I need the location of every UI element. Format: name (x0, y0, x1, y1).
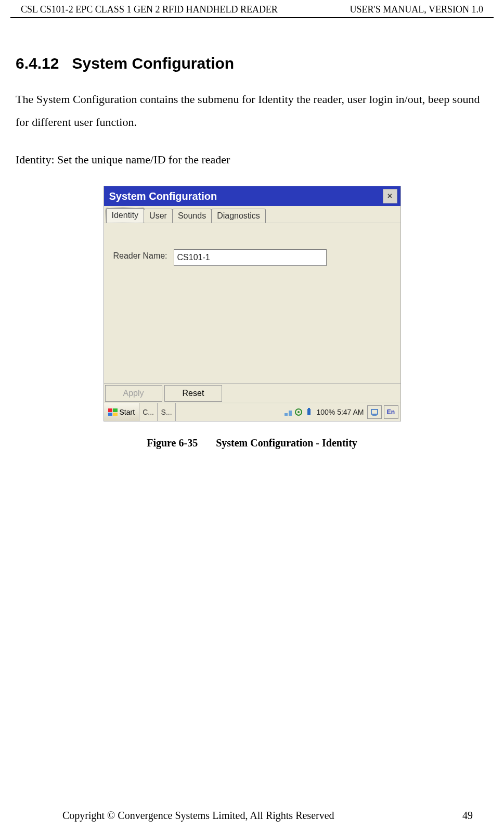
page-header: CSL CS101-2 EPC CLASS 1 GEN 2 RFID HANDH… (10, 0, 494, 18)
tab-sounds[interactable]: Sounds (172, 209, 212, 223)
window-title: System Configuration (107, 189, 219, 203)
taskbar-slot-1[interactable]: C... (139, 403, 158, 421)
svg-point-3 (298, 411, 300, 413)
close-button[interactable]: × (383, 189, 397, 203)
figure-caption: Figure 6-35 System Configuration - Ident… (16, 437, 488, 449)
page-footer: Copyright © Convergence Systems Limited,… (0, 810, 504, 822)
svg-rect-5 (308, 408, 310, 409)
tab-body-identity: Reader Name: (104, 223, 400, 383)
footer-copyright: Copyright © Convergence Systems Limited,… (62, 810, 334, 822)
button-row: Apply Reset (104, 383, 400, 403)
paragraph-1: The System Configuration contains the su… (16, 88, 488, 134)
reader-name-label: Reader Name: (113, 251, 167, 261)
screenshot-container: System Configuration × Identity User Sou… (16, 186, 488, 421)
svg-rect-4 (307, 409, 311, 415)
footer-page-number: 49 (462, 810, 473, 822)
svg-rect-1 (289, 411, 292, 416)
system-config-window: System Configuration × Identity User Sou… (104, 186, 401, 421)
header-left: CSL CS101-2 EPC CLASS 1 GEN 2 RFID HANDH… (21, 4, 278, 15)
start-button[interactable]: Start (104, 403, 140, 421)
tab-strip: Identity User Sounds Diagnostics (104, 206, 400, 223)
wifi-icon[interactable] (294, 408, 303, 416)
reset-button[interactable]: Reset (164, 385, 223, 402)
windows-flag-icon (108, 408, 118, 416)
system-tray: 100% 5:47 AM En (176, 403, 400, 421)
start-label: Start (120, 408, 135, 416)
svg-rect-0 (285, 413, 288, 416)
battery-icon[interactable] (305, 408, 313, 416)
titlebar: System Configuration × (104, 186, 400, 206)
language-indicator[interactable]: En (384, 405, 398, 419)
section-heading: 6.4.12 System Configuration (16, 55, 488, 72)
taskbar: Start C... S... 100% 5:47 AM En (104, 403, 400, 421)
network-icon[interactable] (284, 408, 292, 416)
tab-identity[interactable]: Identity (106, 208, 145, 223)
reader-name-input[interactable] (174, 249, 327, 266)
content-area: 6.4.12 System Configuration The System C… (0, 18, 504, 459)
header-right: USER'S MANUAL, VERSION 1.0 (350, 4, 483, 15)
figure-number: Figure 6-35 (147, 437, 198, 449)
close-icon: × (387, 191, 392, 201)
paragraph-2: Identity: Set the unique name/ID for the… (16, 148, 488, 171)
tab-diagnostics[interactable]: Diagnostics (211, 209, 266, 223)
figure-title: System Configuration - Identity (216, 437, 357, 449)
svg-rect-6 (371, 409, 378, 414)
tab-user[interactable]: User (144, 209, 173, 223)
taskbar-slot-2[interactable]: S... (158, 403, 176, 421)
section-number: 6.4.12 (16, 55, 59, 72)
desktop-icon[interactable] (367, 405, 382, 419)
apply-button[interactable]: Apply (105, 385, 162, 402)
section-title: System Configuration (72, 55, 234, 72)
battery-time-text: 100% 5:47 AM (316, 408, 364, 416)
